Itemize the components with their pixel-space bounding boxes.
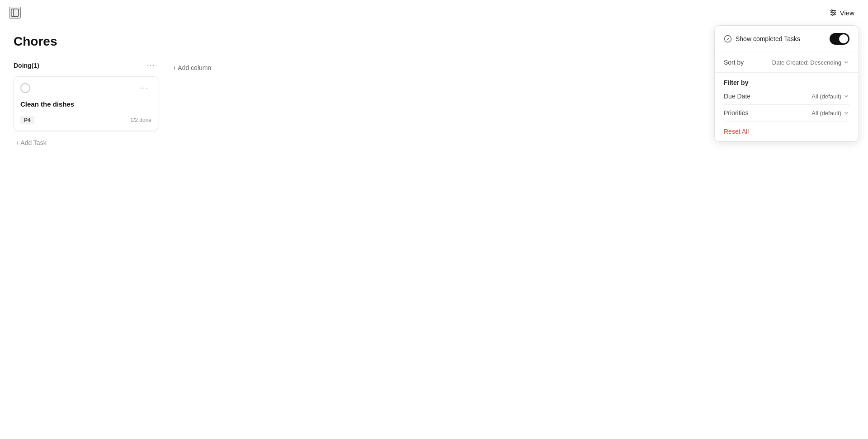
due-date-label: Due Date: [724, 93, 750, 100]
priorities-label: Priorities: [724, 109, 748, 117]
column-menu-button[interactable]: ···: [144, 60, 158, 71]
column-menu-icon: ···: [147, 61, 156, 69]
due-date-filter-row: Due Date All (default): [715, 88, 859, 104]
task-card: ··· Clean the dishes P4 1/2 done: [14, 76, 158, 131]
svg-rect-0: [11, 9, 19, 17]
task-progress: 1/2 done: [130, 117, 151, 123]
due-date-chevron-icon: [843, 93, 849, 99]
completed-check-icon: [724, 35, 732, 43]
task-card-top: ···: [20, 83, 151, 93]
sort-by-label: Sort by: [724, 59, 744, 66]
show-completed-row: Show completed Tasks: [724, 33, 849, 45]
view-button[interactable]: View: [825, 6, 859, 19]
show-completed-left: Show completed Tasks: [724, 35, 800, 43]
reset-all-button[interactable]: Reset All: [715, 121, 758, 141]
task-priority: P4: [20, 116, 34, 124]
sort-by-row: Sort by Date Created: Descending: [715, 52, 859, 73]
task-title: Clean the dishes: [20, 100, 151, 108]
add-column-label: + Add column: [173, 64, 211, 71]
priorities-filter-row: Priorities All (default): [715, 105, 859, 121]
task-menu-icon: ···: [140, 84, 149, 92]
priorities-value-button[interactable]: All (default): [811, 110, 849, 117]
add-column-button[interactable]: + Add column: [167, 61, 217, 75]
top-bar: View: [0, 0, 868, 25]
sidebar-icon: [10, 8, 20, 18]
sidebar-toggle-button[interactable]: [9, 7, 21, 19]
reset-all-label: Reset All: [724, 128, 749, 135]
sort-by-value-button[interactable]: Date Created: Descending: [772, 59, 849, 66]
priorities-chevron-icon: [843, 110, 849, 116]
svg-point-6: [834, 12, 835, 13]
filter-by-label: Filter by: [724, 79, 748, 86]
view-panel: Show completed Tasks Sort by Date Create…: [714, 25, 859, 142]
task-checkbox[interactable]: [20, 83, 30, 93]
show-completed-section: Show completed Tasks: [715, 26, 859, 52]
show-completed-label: Show completed Tasks: [736, 35, 800, 42]
column-header: Doing(1) ···: [14, 60, 158, 71]
toggle-slider: [830, 33, 849, 45]
due-date-value: All (default): [811, 93, 841, 100]
column-title: Doing(1): [14, 62, 39, 69]
add-task-label: + Add Task: [15, 139, 47, 146]
task-footer: P4 1/2 done: [20, 116, 151, 124]
sort-by-value: Date Created: Descending: [772, 59, 841, 66]
due-date-value-button[interactable]: All (default): [811, 93, 849, 100]
view-icon: [829, 9, 837, 17]
show-completed-toggle[interactable]: [830, 33, 849, 45]
column-doing: Doing(1) ··· ··· Clean the dishes P4 1/2…: [14, 60, 158, 150]
add-task-button[interactable]: + Add Task: [14, 135, 158, 150]
sort-chevron-icon: [843, 59, 849, 65]
view-label: View: [840, 9, 854, 17]
svg-point-5: [831, 10, 832, 11]
filter-by-header: Filter by: [715, 73, 859, 88]
svg-point-7: [832, 14, 833, 15]
priorities-value: All (default): [811, 110, 841, 117]
task-card-menu-button[interactable]: ···: [137, 83, 151, 93]
